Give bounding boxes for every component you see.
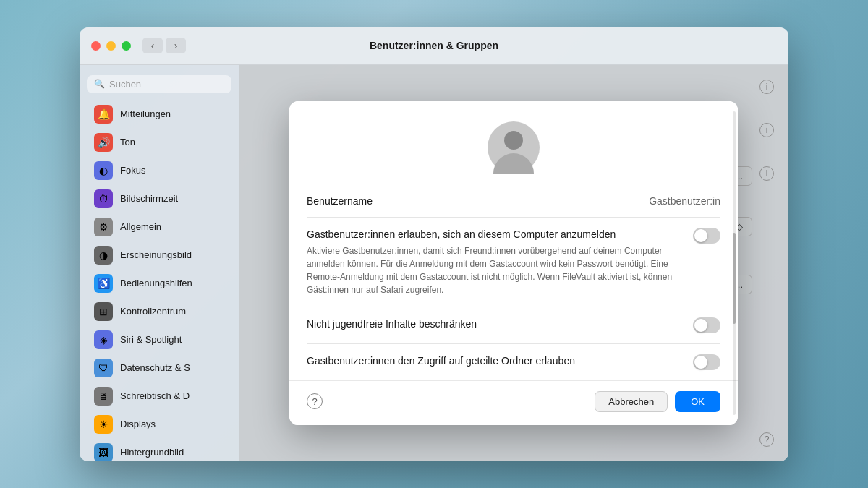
minimize-button[interactable] bbox=[106, 41, 116, 51]
nav-buttons: ‹ › bbox=[142, 38, 186, 53]
bedienungshilfen-label: Bedienungshilfen bbox=[120, 278, 192, 288]
footer-buttons: Abbrechen OK bbox=[595, 391, 720, 412]
allgemein-icon: ⚙ bbox=[94, 218, 113, 236]
setting-description-guest_login: Aktiviere Gastbenutzer:innen, damit sich… bbox=[307, 244, 693, 296]
sidebar-item-kontrollzentrum[interactable]: ⊞Kontrollzentrum bbox=[84, 298, 234, 325]
mitteilungen-icon: 🔔 bbox=[94, 105, 113, 124]
displays-icon: ☀ bbox=[94, 415, 113, 434]
main-panel: i i i er:in hinzufügen ... Deaktiviert ◇… bbox=[239, 65, 788, 461]
username-row: Benutzername Gastbenutzer:in bbox=[307, 185, 720, 218]
modal-scrollbar[interactable] bbox=[733, 90, 738, 437]
avatar-icon bbox=[488, 121, 540, 174]
fokus-label: Fokus bbox=[120, 165, 145, 176]
mitteilungen-label: Mitteilungen bbox=[120, 108, 171, 119]
sidebar: 🔍 Suchen 🔔Mitteilungen🔊Ton◐Fokus⏱Bildsch… bbox=[80, 65, 239, 461]
sidebar-item-schreibtisch[interactable]: 🖥Schreibtisch & D bbox=[84, 382, 234, 410]
cancel-button[interactable]: Abbrechen bbox=[595, 391, 668, 412]
ok-button[interactable]: OK bbox=[675, 391, 720, 412]
datenschutz-label: Datenschutz & S bbox=[120, 362, 190, 373]
setting-title-restrict_content: Nicht jugendfreie Inhalte beschränken bbox=[307, 318, 477, 330]
ton-icon: 🔊 bbox=[94, 133, 113, 152]
username-label: Benutzername bbox=[307, 195, 373, 207]
erscheinungsbild-icon: ◑ bbox=[94, 246, 113, 265]
hintergrundbild-icon: 🖼 bbox=[94, 443, 113, 461]
modal-help-button[interactable]: ? bbox=[307, 393, 323, 409]
sidebar-item-bildschirmzeit[interactable]: ⏱Bildschirmzeit bbox=[84, 185, 234, 213]
hintergrundbild-label: Hintergrundbild bbox=[120, 447, 184, 458]
main-window: ‹ › Benutzer:innen & Gruppen 🔍 Suchen 🔔M… bbox=[80, 27, 788, 461]
sidebar-item-ton[interactable]: 🔊Ton bbox=[84, 129, 234, 156]
modal-footer: ? Abbrechen OK bbox=[289, 380, 738, 425]
avatar bbox=[488, 121, 540, 174]
bildschirmzeit-label: Bildschirmzeit bbox=[120, 193, 178, 204]
svg-point-1 bbox=[504, 131, 523, 150]
siri-icon: ◈ bbox=[94, 330, 113, 349]
setting-row-restrict_content: Nicht jugendfreie Inhalte beschränken bbox=[307, 307, 720, 344]
setting-title-shared_folders: Gastbenutzer:innen den Zugriff auf getei… bbox=[307, 355, 575, 367]
fokus-icon: ◐ bbox=[94, 161, 113, 180]
maximize-button[interactable] bbox=[122, 41, 131, 51]
schreibtisch-label: Schreibtisch & D bbox=[120, 390, 190, 401]
sidebar-item-hintergrundbild[interactable]: 🖼Hintergrundbild bbox=[84, 439, 234, 461]
sidebar-item-bedienungshilfen[interactable]: ♿Bedienungshilfen bbox=[84, 270, 234, 297]
sidebar-items: 🔔Mitteilungen🔊Ton◐Fokus⏱Bildschirmzeit⚙A… bbox=[80, 100, 239, 461]
modal-overlay: Benutzername Gastbenutzer:in Gastbenutze… bbox=[239, 65, 788, 461]
close-button[interactable] bbox=[91, 41, 101, 51]
erscheinungsbild-label: Erscheinungsbild bbox=[120, 249, 192, 260]
search-placeholder: Suchen bbox=[109, 79, 141, 90]
toggle-restrict_content[interactable] bbox=[693, 317, 720, 333]
setting-title-guest_login: Gastbenutzer:innen erlauben, sich an die… bbox=[307, 228, 616, 240]
toggle-guest_login[interactable] bbox=[693, 228, 720, 244]
modal-settings: Gastbenutzer:innen erlauben, sich an die… bbox=[307, 218, 720, 380]
schreibtisch-icon: 🖥 bbox=[94, 387, 113, 406]
search-bar[interactable]: 🔍 Suchen bbox=[87, 75, 231, 93]
window-title: Benutzer:innen & Gruppen bbox=[370, 40, 498, 51]
modal-body: Benutzername Gastbenutzer:in Gastbenutze… bbox=[289, 185, 738, 380]
datenschutz-icon: 🛡 bbox=[94, 359, 113, 377]
svg-point-0 bbox=[493, 153, 534, 174]
sidebar-item-siri[interactable]: ◈Siri & Spotlight bbox=[84, 326, 234, 354]
sidebar-item-displays[interactable]: ☀Displays bbox=[84, 411, 234, 438]
sidebar-item-mitteilungen[interactable]: 🔔Mitteilungen bbox=[84, 100, 234, 128]
traffic-lights bbox=[91, 41, 131, 51]
forward-button[interactable]: › bbox=[166, 38, 186, 53]
toggle-shared_folders[interactable] bbox=[693, 354, 720, 370]
title-bar: ‹ › Benutzer:innen & Gruppen bbox=[80, 27, 788, 65]
back-button[interactable]: ‹ bbox=[142, 38, 163, 53]
modal-header bbox=[289, 101, 738, 185]
setting-row-guest_login: Gastbenutzer:innen erlauben, sich an die… bbox=[307, 218, 720, 307]
toggle-knob-guest_login bbox=[694, 229, 707, 242]
username-value: Gastbenutzer:in bbox=[649, 195, 720, 207]
setting-header-shared_folders: Gastbenutzer:innen den Zugriff auf getei… bbox=[307, 354, 720, 370]
search-icon: 🔍 bbox=[94, 79, 105, 89]
allgemein-label: Allgemein bbox=[120, 221, 161, 232]
kontrollzentrum-icon: ⊞ bbox=[94, 302, 113, 321]
sidebar-item-fokus[interactable]: ◐Fokus bbox=[84, 157, 234, 184]
setting-header-restrict_content: Nicht jugendfreie Inhalte beschränken bbox=[307, 317, 720, 333]
ton-label: Ton bbox=[120, 137, 135, 147]
setting-row-shared_folders: Gastbenutzer:innen den Zugriff auf getei… bbox=[307, 344, 720, 380]
content-area: 🔍 Suchen 🔔Mitteilungen🔊Ton◐Fokus⏱Bildsch… bbox=[80, 65, 788, 461]
bedienungshilfen-icon: ♿ bbox=[94, 274, 113, 293]
toggle-knob-shared_folders bbox=[694, 356, 707, 369]
displays-label: Displays bbox=[120, 419, 156, 429]
modal-dialog: Benutzername Gastbenutzer:in Gastbenutze… bbox=[289, 101, 738, 425]
sidebar-item-datenschutz[interactable]: 🛡Datenschutz & S bbox=[84, 354, 234, 382]
setting-header-guest_login: Gastbenutzer:innen erlauben, sich an die… bbox=[307, 228, 720, 296]
siri-label: Siri & Spotlight bbox=[120, 334, 182, 345]
sidebar-item-allgemein[interactable]: ⚙Allgemein bbox=[84, 213, 234, 241]
kontrollzentrum-label: Kontrollzentrum bbox=[120, 306, 186, 317]
toggle-knob-restrict_content bbox=[694, 319, 707, 332]
bildschirmzeit-icon: ⏱ bbox=[94, 189, 113, 208]
sidebar-item-erscheinungsbild[interactable]: ◑Erscheinungsbild bbox=[84, 241, 234, 269]
